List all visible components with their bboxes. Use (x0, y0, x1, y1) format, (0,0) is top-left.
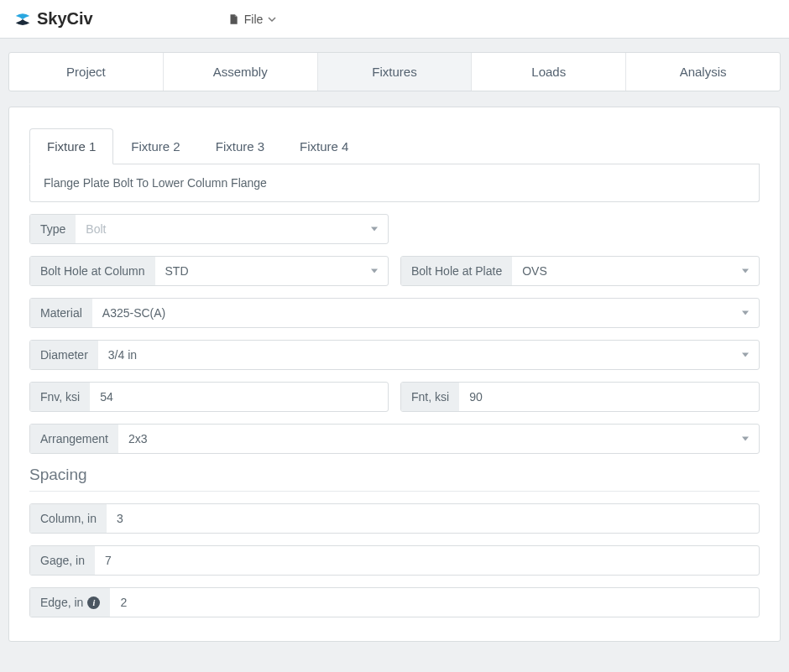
material-label: Material (30, 299, 92, 327)
spacing-column-input-wrap (107, 504, 759, 533)
type-field: Type Bolt (29, 214, 389, 244)
fixture-description: Flange Plate Bolt To Lower Column Flange (29, 164, 760, 202)
fixture-sub-tabs: Fixture 1 Fixture 2 Fixture 3 Fixture 4 (29, 128, 760, 164)
spacing-column-field: Column, in (29, 503, 760, 534)
sub-tab-fixture-4[interactable]: Fixture 4 (282, 128, 366, 164)
sub-tab-fixture-1[interactable]: Fixture 1 (29, 128, 113, 164)
spacing-gage-label: Gage, in (30, 546, 95, 575)
spacing-gage-input-wrap (95, 546, 759, 575)
tab-loads[interactable]: Loads (472, 53, 626, 91)
diameter-select[interactable]: 3/4 in (98, 341, 759, 369)
tab-fixtures[interactable]: Fixtures (318, 53, 473, 91)
arrangement-select[interactable]: 2x3 (118, 425, 759, 453)
bolt-hole-plate-field: Bolt Hole at Plate OVS (400, 256, 760, 286)
material-select[interactable]: A325-SC(A) (92, 299, 759, 327)
fnv-input[interactable] (100, 390, 378, 404)
chevron-down-icon (371, 227, 378, 232)
diameter-label: Diameter (30, 341, 98, 369)
fnt-field: Fnt, ksi (400, 382, 760, 412)
main-tabs: Project Assembly Fixtures Loads Analysis (8, 52, 781, 91)
skyciv-logo-icon (13, 10, 32, 29)
spacing-edge-input-wrap (110, 588, 759, 617)
diameter-value: 3/4 in (108, 348, 137, 362)
tab-assembly[interactable]: Assembly (164, 53, 318, 91)
arrangement-field: Arrangement 2x3 (29, 424, 760, 454)
chevron-down-icon (742, 269, 749, 273)
diameter-field: Diameter 3/4 in (29, 340, 760, 370)
type-select[interactable]: Bolt (76, 215, 388, 243)
bolt-hole-column-select[interactable]: STD (155, 257, 388, 285)
fnv-field: Fnv, ksi (29, 382, 389, 412)
chevron-down-icon (742, 311, 749, 315)
page-wrap: Project Assembly Fixtures Loads Analysis… (0, 39, 789, 650)
file-menu[interactable]: File (227, 13, 277, 26)
bolt-hole-plate-select[interactable]: OVS (512, 257, 759, 285)
type-value: Bolt (86, 222, 106, 236)
bolt-hole-column-value: STD (165, 264, 189, 278)
spacing-column-label: Column, in (30, 504, 107, 533)
material-field: Material A325-SC(A) (29, 298, 760, 328)
type-label: Type (30, 215, 76, 243)
fnt-label: Fnt, ksi (401, 383, 459, 411)
spacing-gage-field: Gage, in (29, 545, 760, 576)
chevron-down-icon (268, 15, 276, 23)
fnv-input-wrap (90, 383, 388, 411)
arrangement-value: 2x3 (128, 432, 148, 445)
spacing-edge-input[interactable] (120, 596, 749, 609)
spacing-gage-input[interactable] (105, 554, 749, 567)
fnt-input[interactable] (469, 390, 749, 404)
spacing-edge-label: Edge, in i (30, 588, 110, 617)
fnt-input-wrap (459, 383, 759, 411)
info-icon[interactable]: i (87, 596, 100, 609)
spacing-edge-field: Edge, in i (29, 587, 760, 617)
bolt-hole-plate-value: OVS (522, 264, 547, 278)
arrangement-label: Arrangement (30, 425, 118, 453)
chevron-down-icon (742, 353, 749, 357)
chevron-down-icon (742, 437, 749, 441)
bolt-hole-column-field: Bolt Hole at Column STD (29, 256, 389, 286)
file-icon (227, 13, 239, 26)
spacing-column-input[interactable] (117, 512, 749, 525)
fixtures-panel: Fixture 1 Fixture 2 Fixture 3 Fixture 4 … (8, 107, 781, 642)
chevron-down-icon (371, 269, 378, 273)
bolt-hole-plate-label: Bolt Hole at Plate (401, 257, 512, 285)
brand-text: SkyCiv (37, 9, 93, 29)
sub-tab-fixture-2[interactable]: Fixture 2 (113, 128, 197, 164)
fnv-label: Fnv, ksi (30, 383, 90, 411)
top-bar: SkyCiv File (0, 0, 789, 39)
bolt-hole-column-label: Bolt Hole at Column (30, 257, 155, 285)
brand-logo: SkyCiv (13, 9, 93, 29)
tab-project[interactable]: Project (9, 53, 164, 91)
spacing-edge-label-text: Edge, in (40, 596, 83, 609)
spacing-heading: Spacing (29, 466, 760, 492)
tab-analysis[interactable]: Analysis (626, 53, 780, 91)
sub-tab-fixture-3[interactable]: Fixture 3 (198, 128, 282, 164)
file-menu-label: File (244, 13, 264, 26)
material-value: A325-SC(A) (102, 306, 165, 320)
